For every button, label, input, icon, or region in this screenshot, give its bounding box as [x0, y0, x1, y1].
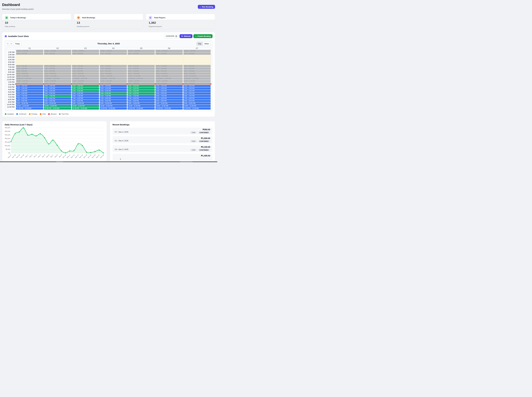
time-slot[interactable]: 2:00 – 3:00 PM	[155, 85, 183, 87]
time-slot[interactable]: 9:00 – 10:00 PM	[128, 102, 155, 105]
time-slot[interactable]: 11:00 PM – 12:00 AM	[128, 107, 155, 110]
svg-text:Dec 7: Dec 7	[50, 154, 54, 158]
time-label: 7:00 AM	[8, 66, 14, 68]
date-calendar-icon[interactable]	[175, 35, 177, 37]
time-slot[interactable]: 11:00 PM – 12:00 AM	[16, 107, 43, 110]
time-slot[interactable]: 2:00 – 3:00 PM	[16, 85, 43, 87]
time-slot[interactable]: 10:00 – 11:00 PM	[183, 105, 210, 107]
time-slot[interactable]: 2:00 – 3:00 PM	[128, 85, 155, 87]
time-slot[interactable]: 3:00 – 4:00 PM	[128, 87, 155, 90]
time-slot[interactable]: 6:00 – 7:00 PM	[16, 95, 43, 97]
time-slot[interactable]: 9:00 – 10:00 PM	[72, 102, 99, 105]
time-slot[interactable]: 11:00 PM – 12:00 AM	[183, 107, 210, 110]
svg-text:₱15,000: ₱15,000	[5, 142, 10, 143]
time-slot[interactable]: 9:00 – 10:00 PM	[16, 102, 43, 105]
time-slot[interactable]: 8:00 – 9:00 PM	[16, 100, 43, 102]
time-slot[interactable]: 8:00 – 9:00 PM	[100, 100, 127, 102]
booking-list-item[interactable]: ₱1,050.00 C1 - Dec 8, 2025 Cash CONFIRME…	[112, 136, 212, 143]
time-slot[interactable]: 10:00 – 11:00 PM	[128, 105, 155, 107]
time-slot[interactable]: 4:00 – 5:00 PM	[72, 90, 99, 92]
date-input[interactable]: 12/04/2025	[164, 34, 179, 38]
time-slot[interactable]: 11:00 PM – 12:00 AM	[155, 107, 183, 110]
time-slot[interactable]: 10:00 – 11:00 PM	[100, 105, 127, 107]
refresh-button[interactable]: ↻ Refresh	[179, 34, 192, 38]
time-slot[interactable]: 9:00 – 10:00 PM	[155, 102, 183, 105]
time-slot[interactable]: 7:00 – 8:00 PM	[183, 97, 210, 99]
time-slot[interactable]: 2:00 – 3:00 PM	[100, 85, 127, 87]
time-slot[interactable]: 8:00 – 9:00 PM	[183, 100, 210, 102]
time-slot[interactable]: 10:00 – 11:00 PM	[155, 105, 183, 107]
time-slot[interactable]: 6:00 – 7:00 PM	[100, 95, 127, 97]
time-slot[interactable]: 5:00 – 6:00 PM	[155, 92, 183, 95]
time-slot: 12:00 – 1:00 AM	[16, 50, 43, 52]
time-slot[interactable]: 6:00 – 7:00 PM	[183, 95, 210, 97]
time-slot[interactable]: 6:00 – 7:00 PM	[44, 95, 71, 97]
legend-item: Available	[5, 113, 14, 115]
time-slot[interactable]: 3:00 – 4:00 PM	[72, 87, 99, 90]
time-slot[interactable]: 11:00 PM – 12:00 AM	[100, 107, 127, 110]
time-slot[interactable]: 3:00 – 4:00 PM	[155, 87, 183, 90]
time-slot[interactable]: 7:00 – 8:00 PM	[155, 97, 183, 99]
time-slot: 10:00 – 11:00 AM	[72, 75, 99, 77]
time-slot[interactable]: 8:00 – 9:00 PM	[44, 100, 71, 102]
legend-item: Hold	[40, 113, 46, 115]
view-toggle: Day Week	[197, 42, 210, 46]
time-slot[interactable]: 3:00 – 4:00 PM	[183, 87, 210, 90]
now-dot-icon	[127, 83, 128, 85]
time-slot[interactable]: 11:00 PM – 12:00 AM	[44, 107, 71, 110]
time-slot[interactable]: 2:00 – 3:00 PM	[183, 85, 210, 87]
time-slot[interactable]: 8:00 – 9:00 PM	[155, 100, 183, 102]
time-slot[interactable]: 3:00 – 4:00 PM	[44, 87, 71, 90]
time-slot[interactable]: 5:00 – 6:00 PM	[72, 92, 99, 95]
time-label: 12:00 PM	[7, 79, 14, 81]
time-slot[interactable]: 5:00 – 6:00 PM	[44, 92, 71, 95]
booking-list-item[interactable]: ₱1,400.00 e	[112, 154, 212, 161]
time-slot[interactable]: 8:00 – 9:00 PM	[72, 100, 99, 102]
time-slot[interactable]: 7:00 – 8:00 PM	[72, 97, 99, 99]
time-slot[interactable]: 3:00 – 4:00 PM	[16, 87, 43, 90]
time-slot[interactable]: 6:00 – 7:00 PM	[72, 95, 99, 97]
time-slot[interactable]: 11:00 PM – 12:00 AM	[72, 107, 99, 110]
time-slot[interactable]: 6:00 – 7:00 PM	[155, 95, 183, 97]
time-slot[interactable]: 4:00 – 5:00 PM	[44, 90, 71, 92]
time-slot[interactable]: 4:00 – 5:00 PM	[128, 90, 155, 92]
time-label: 3:00 PM	[8, 86, 14, 88]
tab-week-view[interactable]: Week	[203, 42, 210, 46]
create-booking-button[interactable]: + Create Booking	[193, 34, 212, 38]
time-slot[interactable]: 9:00 – 10:00 PM	[100, 102, 127, 105]
time-slot: 12:00 – 1:00 AM	[44, 50, 71, 52]
time-slot[interactable]: 5:00 – 6:00 PM	[16, 92, 43, 95]
booking-list-item[interactable]: ₱350.00 C7 - Dec 4, 2025 Cash CONFIRMED	[112, 128, 212, 135]
time-slot[interactable]: 4:00 – 5:00 PM	[155, 90, 183, 92]
time-slot[interactable]: 7:00 – 8:00 PM	[44, 97, 71, 99]
tab-day-view[interactable]: Day	[197, 42, 203, 46]
time-slot[interactable]: 7:00 – 8:00 PM	[16, 97, 43, 99]
time-slot[interactable]: 9:00 – 10:00 PM	[44, 102, 71, 105]
new-booking-button[interactable]: + New Booking	[198, 5, 215, 9]
time-slot[interactable]: 6:00 – 7:00 PM	[128, 95, 155, 97]
calendar-date-title: Thursday, Dec 4, 2025	[6, 40, 211, 47]
now-dot-icon	[99, 83, 100, 85]
time-slot[interactable]: 4:00 – 5:00 PM	[100, 90, 127, 92]
time-slot[interactable]: 2:00 – 3:00 PM	[44, 85, 71, 87]
time-slot: 1:00 – 2:00 PM	[100, 82, 127, 85]
time-slot[interactable]: 7:00 – 8:00 PM	[128, 97, 155, 99]
time-slot[interactable]: 5:00 – 6:00 PM	[128, 92, 155, 95]
time-slot[interactable]: 9:00 – 10:00 PM	[183, 102, 210, 105]
time-slot[interactable]: 7:00 – 8:00 PM	[100, 97, 127, 99]
time-slot[interactable]: 5:00 – 6:00 PM	[100, 92, 127, 95]
time-slot[interactable]: 4:00 – 5:00 PM	[16, 90, 43, 92]
time-slot[interactable]: 4:00 – 5:00 PM	[183, 90, 210, 92]
time-slot[interactable]: 5:00 – 6:00 PM	[183, 92, 210, 95]
booking-list-item[interactable]: ₱2,100.00 C4 - Dec 5, 2025 Cash CONFIRME…	[112, 145, 212, 152]
time-slot: 1:00 – 2:00 AM	[44, 52, 71, 55]
time-slot[interactable]: 10:00 – 11:00 PM	[44, 105, 71, 107]
time-slot[interactable]: 10:00 – 11:00 PM	[16, 105, 43, 107]
time-slot[interactable]: 8:00 – 9:00 PM	[128, 100, 155, 102]
time-slot[interactable]: 2:00 – 3:00 PM	[72, 85, 99, 87]
dashboard-page: Dashboard Overview of your pickle bookin…	[0, 0, 217, 162]
time-slot[interactable]: 3:00 – 4:00 PM	[100, 87, 127, 90]
svg-text:Dec 2: Dec 2	[29, 154, 33, 158]
time-slot[interactable]: 10:00 – 11:00 PM	[72, 105, 99, 107]
now-dot-icon	[182, 83, 184, 85]
